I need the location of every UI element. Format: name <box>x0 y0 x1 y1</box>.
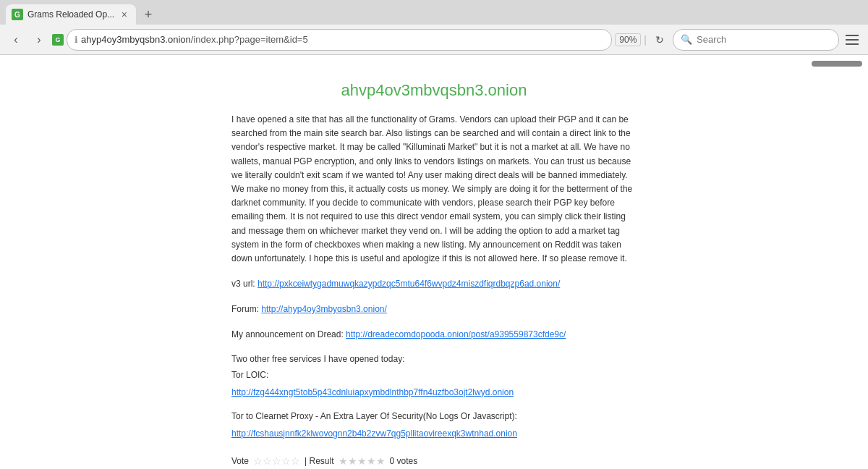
result-stars: ★★★★★ <box>339 455 386 467</box>
vote-section: Vote ☆☆☆☆☆ | Result ★★★★★ 0 votes <box>231 455 637 467</box>
scrollbar-thumb[interactable] <box>812 61 862 67</box>
dread-url-line: My announcement on Dread: http://dreadec… <box>231 328 637 342</box>
votes-count: 0 votes <box>390 456 418 466</box>
menu-icon <box>846 43 859 45</box>
result-label: | Result <box>305 456 333 466</box>
tab-bar: G Grams Reloaded Op... × + <box>0 0 868 25</box>
address-path: /index.php?page=item&id=5 <box>191 34 308 45</box>
dread-label: My announcement on Dread: <box>231 329 344 339</box>
tab-close-button[interactable]: × <box>122 9 127 20</box>
menu-icon <box>846 35 859 36</box>
forum-url[interactable]: http://ahyp4oy3mbyqsbn3.onion/ <box>261 304 386 314</box>
vote-label: Vote <box>231 456 249 466</box>
proxy-url-line: http://fcshausjnnfk2klwovognn2b4b2zvw7qg… <box>231 427 637 441</box>
back-button[interactable]: ‹ <box>6 30 26 50</box>
vote-stars[interactable]: ☆☆☆☆☆ <box>253 455 300 467</box>
search-icon: 🔍 <box>681 34 692 45</box>
nav-divider: | <box>644 34 647 46</box>
navigation-bar: ‹ › G ℹ ahyp4oy3mbyqsbn3.onion /index.ph… <box>0 25 868 55</box>
proxy-url[interactable]: http://fcshausjnnfk2klwovognn2b4b2zvw7qg… <box>231 428 517 439</box>
search-input[interactable] <box>697 34 831 45</box>
forum-url-line: Forum: http://ahyp4oy3mbyqsbn3.onion/ <box>231 303 637 316</box>
tor-loic-title: Tor LOIC: <box>231 370 637 380</box>
tor-loic-url[interactable]: http://fzg444xngt5tob5p43cdnluiapxymbdln… <box>231 387 514 397</box>
forum-label: Forum: <box>231 304 259 314</box>
proxy-title: Tor to Clearnet Proxy - An Extra Layer O… <box>231 411 637 421</box>
dread-url[interactable]: http://dreadecomdopooda.onion/post/a9395… <box>346 329 566 339</box>
refresh-button[interactable]: ↻ <box>650 30 670 50</box>
tor-loic-url-line: http://fzg444xngt5tob5p43cdnluiapxymbdln… <box>231 386 637 400</box>
body-text: I have opened a site that has all the fu… <box>231 113 637 266</box>
page-content: ahvp4ov3mbvqsbn3.onion I have opened a s… <box>0 55 868 469</box>
active-tab[interactable]: G Grams Reloaded Op... × <box>6 4 136 25</box>
address-bar[interactable]: ℹ ahyp4oy3mbyqsbn3.onion /index.php?page… <box>67 29 612 51</box>
page-heading: ahvp4ov3mbvqsbn3.onion <box>231 81 637 100</box>
address-domain: ahyp4oy3mbyqsbn3.onion <box>81 34 191 45</box>
content-wrapper: ahvp4ov3mbvqsbn3.onion I have opened a s… <box>217 67 651 469</box>
v3-url[interactable]: http://pxkceiwtygadmuwqkazypdzqc5mtu64f6… <box>258 279 560 289</box>
browser-window: G Grams Reloaded Op... × + ‹ › G ℹ ahyp4… <box>0 0 868 469</box>
scrollbar-area <box>0 55 868 67</box>
new-tab-button[interactable]: + <box>139 5 158 24</box>
info-icon: ℹ <box>75 35 78 45</box>
v3-url-line: v3 url: http://pxkceiwtygadmuwqkazypdzqc… <box>231 277 637 291</box>
search-bar[interactable]: 🔍 <box>673 29 839 51</box>
menu-icon <box>846 39 859 41</box>
page-favicon: G <box>52 34 64 46</box>
forward-button[interactable]: › <box>29 30 49 50</box>
tab-favicon: G <box>12 9 23 20</box>
services-title: Two other free services I have opened to… <box>231 354 637 364</box>
zoom-level[interactable]: 90% <box>615 33 641 46</box>
browser-menu-button[interactable] <box>842 30 862 50</box>
v3-label: v3 url: <box>231 279 255 289</box>
tab-title: Grams Reloaded Op... <box>27 9 117 20</box>
